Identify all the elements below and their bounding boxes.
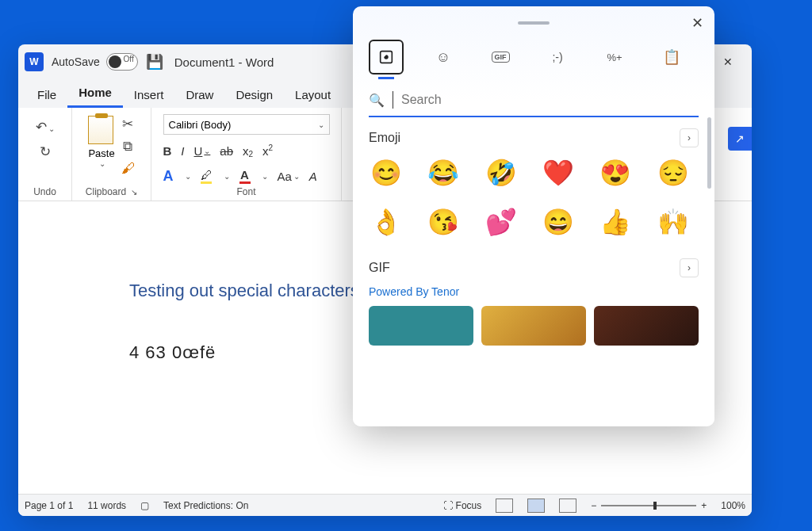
underline-button[interactable]: U⌄ [194,144,211,158]
spellcheck-icon[interactable]: ▢ [140,500,149,511]
gif-credit: Powered By Tenor [369,285,699,298]
status-bar: Page 1 of 1 11 words ▢ Text Predictions:… [18,494,752,516]
zoom-out-button[interactable]: − [591,500,596,511]
emoji-panel-titlebar[interactable]: ✕ [353,6,714,40]
format-painter-icon[interactable]: 🖌 [121,161,135,177]
clipboard-launcher-icon[interactable]: ↘ [131,188,137,197]
emoji-grid: 😊😂🤣❤️😍😔👌😘💕😄👍🙌 [369,155,699,239]
autosave-control[interactable]: AutoSave Off [52,53,138,71]
undo-button[interactable]: ↶⌄ [36,119,55,136]
print-layout-button[interactable] [527,499,545,513]
gif-section-title: GIF [369,261,390,275]
emoji-tears-of-joy[interactable]: 😂 [426,155,461,190]
status-words[interactable]: 11 words [87,500,126,511]
emoji-two-hearts[interactable]: 💕 [484,204,519,239]
emoji-tab-kaomoji[interactable]: ;-) [540,40,575,74]
zoom-slider[interactable] [601,505,696,506]
highlight-button[interactable]: 🖊 [201,169,213,184]
focus-mode-button[interactable]: ⛶ Focus [443,500,481,511]
emoji-raising-hands[interactable]: 🙌 [656,204,691,239]
text-effects-button[interactable]: A [163,169,174,183]
paste-button[interactable]: Paste [88,147,114,159]
emoji-panel: ✕ ☺ GIF ;-) %+ 📋 🔍 Emoji › 😊😂🤣❤️😍😔👌😘💕😄👍🙌… [353,6,714,426]
document-title: Document1 - Word [174,55,274,69]
change-case-button[interactable]: Aa⌄ [278,170,300,183]
copy-icon[interactable]: ⧉ [123,139,132,155]
word-logo-icon: W [25,52,44,71]
ribbon-group-undo: ↶⌄ ↻ Undo [18,108,72,201]
zoom-control[interactable]: − + [591,500,707,511]
emoji-search[interactable]: 🔍 [369,84,699,117]
text-cursor-icon [393,91,393,109]
gif-thumb[interactable] [594,306,699,346]
emoji-heart-eyes[interactable]: 😍 [598,155,633,190]
save-icon[interactable]: 💾 [146,53,163,71]
emoji-tab-recent[interactable] [369,40,404,74]
cut-icon[interactable]: ✂ [122,116,133,132]
autosave-label: AutoSave [52,55,100,68]
read-mode-button[interactable] [496,499,513,513]
tab-file[interactable]: File [26,82,67,108]
clear-format-button[interactable]: A [309,170,317,183]
status-predictions[interactable]: Text Predictions: On [163,500,248,511]
emoji-search-input[interactable] [401,93,699,107]
emoji-ok-hand[interactable]: 👌 [369,204,404,239]
emoji-grinning[interactable]: 😄 [541,204,576,239]
emoji-panel-tabs: ☺ GIF ;-) %+ 📋 [353,40,714,84]
emoji-scrollbar[interactable] [707,117,711,189]
tab-insert[interactable]: Insert [123,82,175,108]
emoji-pensive[interactable]: 😔 [656,155,691,190]
gif-thumb[interactable] [481,306,586,346]
emoji-tab-emoji[interactable]: ☺ [426,40,461,74]
tab-home[interactable]: Home [67,79,123,108]
emoji-tab-clipboard[interactable]: 📋 [654,40,689,74]
emoji-thumbs-up[interactable]: 👍 [598,204,633,239]
paste-icon[interactable] [88,116,113,144]
redo-button[interactable]: ↻ [40,143,51,160]
emoji-tab-symbols[interactable]: %+ [597,40,632,74]
font-name-select[interactable]: Calibri (Body)⌄ [163,114,330,135]
font-color-button[interactable]: A [239,169,251,184]
search-icon: 🔍 [369,93,385,108]
share-button[interactable]: ↗ [728,127,752,151]
gif-row [369,306,699,346]
emoji-smiling-blush[interactable]: 😊 [369,155,404,190]
italic-button[interactable]: I [181,144,184,158]
subscript-button[interactable]: x2 [243,144,253,158]
emoji-panel-body: Emoji › 😊😂🤣❤️😍😔👌😘💕😄👍🙌 GIF › Powered By T… [353,117,714,426]
superscript-button[interactable]: x2 [262,144,273,158]
status-page[interactable]: Page 1 of 1 [25,500,73,511]
emoji-section-title: Emoji [369,131,400,145]
gif-section-expand[interactable]: › [680,258,699,277]
tab-draw[interactable]: Draw [174,82,224,108]
zoom-in-button[interactable]: + [701,500,707,511]
bold-button[interactable]: B [163,144,172,158]
emoji-tab-gif[interactable]: GIF [483,40,518,74]
emoji-close-button[interactable]: ✕ [691,14,703,32]
emoji-red-heart[interactable]: ❤️ [541,155,576,190]
tab-layout[interactable]: Layout [284,82,342,108]
ribbon-group-font: Calibri (Body)⌄ B I U⌄ ab x2 x2 A⌄ 🖊⌄ A⌄… [151,108,342,201]
web-layout-button[interactable] [559,499,576,513]
gif-thumb[interactable] [369,306,473,346]
strikethrough-button[interactable]: ab [220,144,233,158]
emoji-kissing-heart[interactable]: 😘 [426,204,461,239]
emoji-section-expand[interactable]: › [680,128,699,147]
ribbon-group-clipboard: Paste ⌄ ✂ ⧉ 🖌 Clipboard↘ [72,108,151,201]
emoji-rofl[interactable]: 🤣 [484,155,519,190]
zoom-level[interactable]: 100% [721,500,745,511]
tab-design[interactable]: Design [224,82,284,108]
autosave-toggle[interactable]: Off [106,53,138,71]
close-button[interactable]: ✕ [710,44,745,79]
drag-handle-icon[interactable] [518,21,550,25]
